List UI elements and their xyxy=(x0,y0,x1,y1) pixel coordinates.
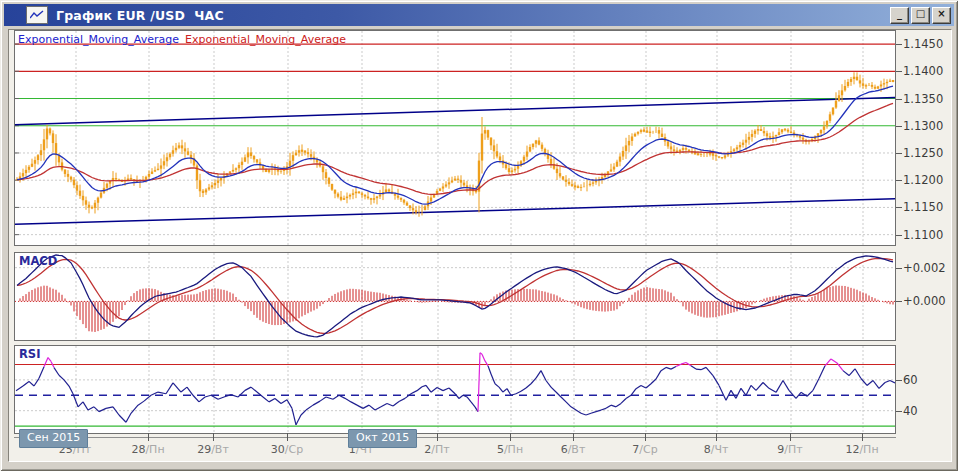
close-button[interactable]: × xyxy=(932,7,951,24)
price-label: 1.1200 xyxy=(903,173,943,187)
price-tick xyxy=(896,153,902,154)
date-tick xyxy=(287,433,288,441)
window-title: График EUR /USD ЧАС xyxy=(56,8,224,23)
indicator-legend: Exponential_Moving_AverageExponential_Mo… xyxy=(18,33,346,46)
date-weekday: /Вт xyxy=(211,443,229,456)
macd-tick xyxy=(896,268,902,269)
ema-slow-legend: Exponential_Moving_Average xyxy=(185,33,346,46)
price-tick xyxy=(896,99,902,100)
date-label: 2/Пт xyxy=(409,443,465,456)
price-tick xyxy=(896,180,902,181)
date-label: 29/Вт xyxy=(185,443,241,456)
ema-fast-line xyxy=(17,86,893,204)
date-tick xyxy=(148,433,149,441)
date-tick xyxy=(645,433,646,441)
price-chart-canvas xyxy=(15,31,895,245)
date-tick xyxy=(790,433,791,441)
date-label: 12/Пн xyxy=(834,443,890,456)
date-label: 6/Вт xyxy=(545,443,601,456)
price-chart-panel[interactable] xyxy=(14,30,896,246)
macd-histogram xyxy=(20,285,893,332)
month-badge: Окт 2015 xyxy=(348,429,417,448)
date-label: 28/Пн xyxy=(120,443,176,456)
date-weekday: /Чт xyxy=(711,443,729,456)
date-tick xyxy=(437,433,438,441)
macd-tick xyxy=(896,301,902,302)
price-label: 1.1250 xyxy=(903,146,943,160)
rsi-label: RSI xyxy=(19,347,40,361)
macd-label: MACD xyxy=(19,254,57,268)
date-day: 5 xyxy=(497,443,504,456)
rsi-panel[interactable] xyxy=(14,345,896,434)
title-bar[interactable]: График EUR /USD ЧАС _ □ × xyxy=(4,4,954,26)
macd-panel[interactable] xyxy=(14,252,896,341)
date-weekday: /Ср xyxy=(285,443,303,456)
date-label: 8/Чт xyxy=(688,443,744,456)
date-label: 7/Ср xyxy=(617,443,673,456)
date-day: 28 xyxy=(131,443,145,456)
date-day: 12 xyxy=(845,443,859,456)
rsi-canvas xyxy=(15,346,895,433)
date-tick xyxy=(862,433,863,441)
date-weekday: /Ср xyxy=(639,443,657,456)
date-day: 6 xyxy=(561,443,568,456)
rsi-label: 60 xyxy=(903,373,918,387)
horizontal-level-lines xyxy=(15,44,895,126)
date-weekday: /Вт xyxy=(568,443,586,456)
rsi-tick xyxy=(896,411,902,412)
date-weekday: /Пн xyxy=(859,443,878,456)
candlesticks xyxy=(17,72,893,216)
macd-label: +0.000 xyxy=(903,294,946,308)
price-tick xyxy=(896,126,902,127)
date-tick xyxy=(510,433,511,441)
date-label: 5/Пн xyxy=(482,443,538,456)
date-label: 9/Пт xyxy=(762,443,818,456)
date-day: 29 xyxy=(197,443,211,456)
price-label: 1.1150 xyxy=(903,200,943,214)
maximize-button[interactable]: □ xyxy=(911,7,930,24)
date-label: 30/Ср xyxy=(259,443,315,456)
rsi-label: 40 xyxy=(903,404,918,418)
chart-icon xyxy=(26,6,48,24)
month-badge: Сен 2015 xyxy=(19,429,88,448)
left-border-ticks xyxy=(15,44,19,235)
macd-signal-line xyxy=(17,258,893,333)
date-tick xyxy=(716,433,717,441)
price-label: 1.1400 xyxy=(903,64,943,78)
minimize-button[interactable]: _ xyxy=(890,7,909,24)
macd-canvas xyxy=(15,253,895,340)
vertical-gridlines xyxy=(76,31,863,245)
price-label: 1.1100 xyxy=(903,228,943,242)
date-weekday: /Пн xyxy=(145,443,164,456)
date-weekday: /Пт xyxy=(784,443,802,456)
channel-trendlines xyxy=(15,97,895,224)
price-gridlines xyxy=(15,153,895,235)
date-weekday: /Пн xyxy=(504,443,523,456)
date-tick xyxy=(213,433,214,441)
date-tick xyxy=(573,433,574,441)
chart-window: График EUR /USD ЧАС _ □ × Exponential_Mo… xyxy=(0,0,958,471)
price-tick xyxy=(896,235,902,236)
macd-label: +0.002 xyxy=(903,261,946,275)
date-day: 8 xyxy=(704,443,711,456)
chart-icon-glyph xyxy=(30,10,44,20)
window-controls: _ □ × xyxy=(890,7,951,24)
date-day: 30 xyxy=(271,443,285,456)
date-weekday: /Пт xyxy=(431,443,449,456)
price-tick xyxy=(896,207,902,208)
ema-fast-legend: Exponential_Moving_Average xyxy=(18,33,179,46)
price-label: 1.1300 xyxy=(903,119,943,133)
price-label: 1.1350 xyxy=(903,92,943,106)
price-label: 1.1450 xyxy=(903,37,943,51)
time-axis-line xyxy=(14,437,896,438)
rsi-line xyxy=(16,353,895,425)
price-tick xyxy=(896,71,902,72)
price-tick xyxy=(896,44,902,45)
vertical-gridlines xyxy=(76,346,863,433)
rsi-tick xyxy=(896,380,902,381)
